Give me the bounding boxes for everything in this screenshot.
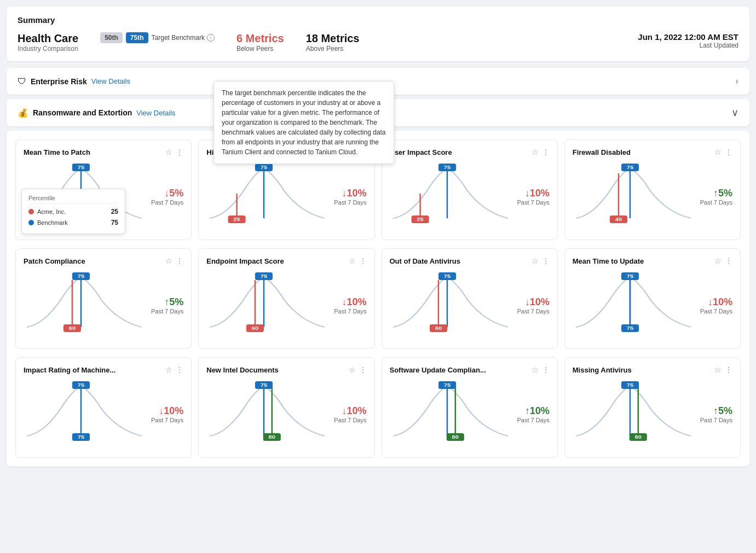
badge-50th[interactable]: 50th [100, 32, 123, 43]
star-icon-3[interactable]: ☆ [532, 148, 539, 156]
ransomware-title: Ransomware and Extortion [33, 108, 132, 117]
tooltip-dot-acme [28, 209, 34, 214]
stat-label-out-of-date-av: Past 7 Days [517, 308, 549, 315]
star-icon-7[interactable]: ☆ [532, 257, 539, 265]
card-title-out-of-date-av: Out of Date Antivirus [390, 257, 532, 265]
more-icon-12[interactable]: ⋮ [725, 365, 732, 374]
star-icon-5[interactable]: ☆ [165, 257, 172, 265]
ransomware-view-details[interactable]: View Details [136, 109, 175, 117]
svg-text:75: 75 [78, 434, 85, 440]
more-icon-9[interactable]: ⋮ [176, 365, 183, 374]
tooltip-val-benchmark: 75 [111, 219, 118, 226]
card-tooltip-mean-time-patch: Percentile Acme, Inc. 25 Benchmark 75 [21, 189, 125, 234]
svg-text:45: 45 [615, 217, 622, 222]
card-mean-time-patch: Mean Time to Patch ☆ ⋮ [15, 139, 192, 240]
stat-pct-out-of-date-av: ↓10% [525, 296, 550, 308]
card-title-patch-compliance: Patch Compliance [24, 257, 165, 265]
stat-pct-endpoint-impact: ↓10% [342, 296, 366, 308]
last-updated-label: Last Updated [638, 42, 738, 49]
card-title-firewall: Firewall Disabled [573, 148, 714, 156]
last-updated-block: Jun 1, 2022 12:00 AM EST Last Updated [638, 32, 738, 49]
more-icon-10[interactable]: ⋮ [359, 365, 367, 374]
star-icon-9[interactable]: ☆ [165, 365, 172, 374]
card-firewall-disabled: Firewall Disabled ☆ ⋮ 75 [564, 139, 741, 240]
stat-pct-missing-antivirus: ↑5% [713, 405, 732, 417]
card-title-mean-time-patch: Mean Time to Patch [24, 148, 165, 156]
star-icon-4[interactable]: ☆ [714, 148, 722, 156]
svg-text:75: 75 [78, 165, 85, 170]
more-icon-6[interactable]: ⋮ [359, 257, 367, 265]
more-icon-11[interactable]: ⋮ [542, 365, 550, 374]
more-icon-4[interactable]: ⋮ [725, 148, 732, 156]
svg-text:75: 75 [627, 273, 634, 279]
card-software-update: Software Update Complian... ☆ ⋮ 75 [382, 357, 558, 458]
stat-pct-high-severity: ↓10% [342, 188, 366, 199]
stat-pct-software-update: ↑10% [525, 405, 550, 417]
svg-text:80: 80 [452, 434, 459, 440]
card-title-user-impact: User Impact Score [390, 148, 532, 156]
svg-text:80: 80 [634, 434, 642, 440]
badge-75th[interactable]: 75th [126, 32, 148, 43]
card-title-software-update: Software Update Complian... [390, 366, 532, 374]
info-icon[interactable]: i [207, 34, 215, 42]
more-icon[interactable]: ⋮ [176, 148, 183, 156]
star-icon[interactable]: ☆ [165, 148, 172, 156]
stat-pct-mean-time-update: ↓10% [708, 296, 732, 308]
card-endpoint-impact: Endpoint Impact Score ☆ ⋮ 75 [198, 248, 374, 349]
star-icon-8[interactable]: ☆ [714, 257, 722, 265]
svg-text:80: 80 [269, 434, 276, 440]
more-icon-3[interactable]: ⋮ [542, 148, 550, 156]
stat-pct-impact-rating: ↓10% [159, 405, 183, 417]
metrics-below-block: 6 Metrics Below Peers [236, 32, 284, 53]
card-new-intel: New Intel Documents ☆ ⋮ 75 [198, 357, 374, 458]
svg-text:60: 60 [252, 325, 259, 331]
stat-label-mean-time-update: Past 7 Days [700, 308, 732, 315]
benchmark-tooltip: The target benchmark percentile indicate… [213, 81, 394, 164]
svg-text:75: 75 [78, 273, 85, 279]
tooltip-val-acme: 25 [111, 208, 118, 216]
card-missing-antivirus: Missing Antivirus ☆ ⋮ 75 [564, 357, 741, 458]
metrics-below-label: Below Peers [236, 45, 284, 53]
metrics-above-block: 18 Metrics Above Peers [306, 32, 360, 53]
target-benchmark-label: Target Benchmark i [152, 34, 215, 42]
star-icon-11[interactable]: ☆ [532, 365, 539, 374]
svg-text:60: 60 [69, 325, 76, 331]
stat-pct-patch-compliance: ↑5% [164, 296, 183, 308]
tooltip-name-benchmark: Benchmark [37, 219, 108, 226]
company-sub: Industry Comparison [18, 45, 78, 53]
stat-label-firewall: Past 7 Days [700, 199, 732, 206]
metrics-above-label: Above Peers [306, 45, 360, 53]
collapse-icon[interactable]: ∨ [731, 107, 738, 119]
benchmark-section: 50th 75th Target Benchmark i [100, 32, 215, 43]
card-title-new-intel: New Intel Documents [206, 366, 348, 374]
svg-text:75: 75 [443, 273, 451, 279]
star-icon-6[interactable]: ☆ [349, 257, 356, 265]
chevron-right-icon[interactable]: › [735, 75, 738, 87]
card-out-of-date-av: Out of Date Antivirus ☆ ⋮ 75 [382, 248, 558, 349]
svg-text:25: 25 [234, 217, 241, 222]
svg-text:75: 75 [261, 273, 268, 279]
card-user-impact: User Impact Score ☆ ⋮ 75 [382, 139, 558, 240]
star-icon-10[interactable]: ☆ [349, 365, 356, 374]
more-icon-8[interactable]: ⋮ [725, 257, 732, 265]
more-icon-5[interactable]: ⋮ [176, 257, 183, 265]
card-title-missing-antivirus: Missing Antivirus [573, 366, 714, 374]
svg-text:75: 75 [627, 165, 634, 170]
tooltip-header: Percentile [28, 195, 118, 204]
card-title-impact-rating: Impact Rating of Machine... [24, 366, 165, 374]
company-info: Health Care Industry Comparison [18, 32, 78, 53]
stat-pct-mean-time-patch: ↓5% [164, 188, 183, 199]
metrics-below-value: 6 Metrics [236, 32, 284, 45]
svg-text:75: 75 [443, 382, 451, 388]
shield-icon: 🛡 [18, 77, 26, 86]
cards-section: Mean Time to Patch ☆ ⋮ [7, 131, 749, 467]
star-icon-12[interactable]: ☆ [714, 365, 722, 374]
stat-label-user-impact: Past 7 Days [517, 199, 549, 206]
enterprise-risk-view-details[interactable]: View Details [91, 77, 130, 85]
svg-text:75: 75 [261, 165, 268, 170]
card-title-endpoint-impact: Endpoint Impact Score [206, 257, 348, 265]
card-title-mean-time-update: Mean Time to Update [573, 257, 714, 265]
card-patch-compliance: Patch Compliance ☆ ⋮ 75 [15, 248, 192, 349]
more-icon-7[interactable]: ⋮ [542, 257, 550, 265]
stat-pct-user-impact: ↓10% [525, 188, 550, 199]
